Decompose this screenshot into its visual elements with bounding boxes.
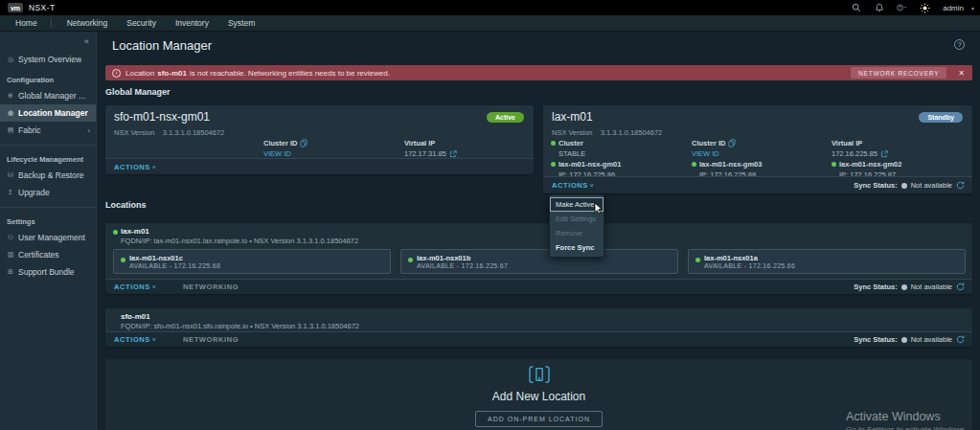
sidebar-item-label: Backup & Restore: [18, 170, 84, 180]
cluster-label: Cluster: [558, 139, 583, 147]
status-dot-green: [695, 258, 700, 262]
add-location-title: Add New Location: [105, 390, 972, 403]
notifications-bell-icon[interactable]: [874, 3, 884, 13]
sidebar-item-support-bundle[interactable]: ⊞ Support Bundle: [0, 263, 96, 281]
location-node-card: lax-m01-nsx01c AVAILABLE - 172.16.225.68: [113, 249, 391, 274]
theme-brightness-icon[interactable]: [920, 3, 930, 13]
sidebar-item-system-overview[interactable]: ◎ System Overview: [0, 51, 96, 68]
datacenter-building-icon: [528, 365, 551, 388]
card-footer: ACTIONS˅ NETWORKING Sync Status: Not ava…: [105, 279, 972, 294]
nav-tab-system[interactable]: System: [224, 18, 259, 28]
sidebar-item-user-management[interactable]: ⚇ User Management: [0, 229, 96, 246]
view-id-link[interactable]: VIEW ID: [692, 149, 719, 158]
location-name: lax-m01: [121, 227, 149, 236]
nsx-version-value: 3.1.3.1.0.18504672: [601, 128, 663, 137]
watermark-line1: Activate Windows: [846, 410, 967, 423]
users-icon: ⚇: [7, 234, 14, 241]
refresh-icon[interactable]: [956, 181, 965, 190]
add-on-prem-location-button[interactable]: ADD ON-PREM LOCATION: [475, 411, 603, 427]
help-menu-icon[interactable]: ?: [897, 3, 907, 13]
node-name: lax-m01-nsx-gm02: [839, 160, 901, 169]
actions-menu-button[interactable]: ACTIONS˅: [114, 163, 156, 171]
nsx-version-label: NSX Version: [114, 128, 155, 137]
cluster-id-column: Cluster ID VIEW ID: [263, 139, 308, 158]
product-title: NSX-T: [29, 3, 56, 12]
virtual-ip-label: Virtual IP: [404, 139, 435, 147]
menu-item-force-sync[interactable]: Force Sync: [550, 240, 604, 255]
sidebar-item-location-manager[interactable]: ◉ Location Manager: [0, 104, 96, 122]
cluster-status-value: STABLE: [558, 149, 585, 158]
sidebar-item-backup-restore[interactable]: ⛁ Backup & Restore: [0, 167, 96, 184]
alert-banner: i Location sfo-m01 is not reachable. Net…: [105, 65, 972, 80]
card-footer: ACTIONS˅ Sync Status: Not available: [543, 176, 972, 193]
actions-menu-button[interactable]: ACTIONS˅: [114, 283, 156, 291]
page-help-icon[interactable]: ?: [954, 39, 965, 50]
sidebar-item-upgrade[interactable]: ↥ Upgrade: [0, 184, 96, 201]
top-bar: vm NSX-T ? admin ▾: [0, 0, 980, 15]
add-location-panel: Add New Location ADD ON-PREM LOCATION: [105, 359, 972, 430]
sidebar-collapse-icon[interactable]: «: [84, 36, 89, 46]
sidebar-item-label: Upgrade: [18, 188, 50, 197]
search-icon[interactable]: [851, 3, 861, 13]
sync-status: Sync Status: Not available: [854, 181, 965, 190]
sidebar-item-fabric[interactable]: ▤ Fabric ›: [0, 122, 96, 139]
sync-status-value: Not available: [911, 181, 952, 190]
support-bundle-icon: ⊞: [7, 268, 14, 276]
card-footer: ACTIONS˅ NETWORKING Sync Status: Not ava…: [105, 331, 972, 347]
page-title: Location Manager: [112, 38, 212, 53]
user-menu[interactable]: admin ▾: [943, 4, 974, 12]
actions-menu-button[interactable]: ACTIONS˅: [114, 335, 156, 344]
node-status: AVAILABLE - 172.16.225.66: [704, 262, 795, 269]
location-pin-icon: ◉: [7, 109, 14, 117]
external-link-icon[interactable]: [449, 150, 457, 158]
location-fqdn: FQDN/IP: sfo-m01-nsx01.sfo.rainpole.io •…: [121, 322, 359, 330]
sync-status-value: Not available: [911, 335, 952, 344]
status-dot-green: [551, 162, 556, 167]
virtual-ip-value: 172.17.31.85: [404, 149, 446, 158]
sidebar-item-certificates[interactable]: ▥ Certificates: [0, 246, 96, 263]
info-icon: i: [112, 69, 121, 78]
gm-card-name: lax-m01: [552, 110, 593, 124]
activate-windows-watermark: Activate Windows Go to Settings to activ…: [846, 410, 967, 430]
nav-tab-security[interactable]: Security: [123, 18, 160, 28]
refresh-icon[interactable]: [956, 283, 965, 291]
location-fqdn: FQDN/IP: lax-m01-nsx01.lax.rainpole.io •…: [121, 237, 358, 245]
networking-button[interactable]: NETWORKING: [183, 335, 239, 344]
nav-tab-home[interactable]: Home: [11, 18, 41, 28]
status-dot-green: [113, 230, 118, 235]
topbar-actions: ? admin ▾: [851, 0, 974, 15]
svg-text:?: ?: [900, 6, 902, 11]
copy-icon[interactable]: [728, 139, 736, 147]
copy-icon[interactable]: [300, 139, 308, 147]
networking-button[interactable]: NETWORKING: [183, 283, 239, 291]
banner-location-name: sfo-m01: [157, 69, 187, 78]
actions-label: ACTIONS: [114, 335, 150, 344]
refresh-icon[interactable]: [956, 335, 965, 344]
node-name: lax-m01-nsx01c: [129, 254, 183, 262]
location-card-sfo: sfo-m01 FQDN/IP: sfo-m01-nsx01.sfo.rainp…: [105, 308, 972, 347]
vmware-logo: vm: [8, 3, 23, 12]
nsx-version-line: NSX Version 3.1.3.1.0.18504672: [114, 128, 224, 137]
close-icon[interactable]: ✕: [958, 69, 965, 78]
sync-status-dot: [901, 183, 907, 189]
sidebar-section-lifecycle: Lifecycle Management: [0, 147, 96, 167]
cluster-status-column: Cluster STABLE: [551, 139, 585, 158]
nsx-version-label: NSX Version: [552, 128, 593, 137]
main-content: Location Manager ? i Location sfo-m01 is…: [97, 32, 980, 430]
sidebar-item-global-manager-appliances[interactable]: ⊕ Global Manager Appliances: [0, 87, 96, 104]
nav-tab-inventory[interactable]: Inventory: [171, 18, 213, 28]
banner-text-suffix: is not reachable. Networking entities ne…: [190, 69, 390, 78]
external-link-icon[interactable]: [880, 150, 888, 158]
sync-status-dot: [901, 337, 907, 343]
sidebar-section-settings: Settings: [0, 210, 96, 229]
node-status: AVAILABLE - 172.16.225.67: [417, 262, 508, 269]
sidebar-item-label: Location Manager: [18, 108, 88, 118]
nav-tab-networking[interactable]: Networking: [63, 18, 112, 28]
network-recovery-button[interactable]: NETWORK RECOVERY: [851, 67, 946, 79]
chevron-down-icon: ▾: [971, 5, 974, 11]
sidebar-item-label: Fabric: [18, 125, 41, 135]
view-id-link[interactable]: VIEW ID: [263, 149, 291, 158]
node-status: AVAILABLE - 172.16.225.68: [129, 262, 220, 269]
node-name: lax-m01-nsx-gm03: [699, 160, 762, 169]
actions-menu-button[interactable]: ACTIONS˅: [552, 181, 594, 190]
